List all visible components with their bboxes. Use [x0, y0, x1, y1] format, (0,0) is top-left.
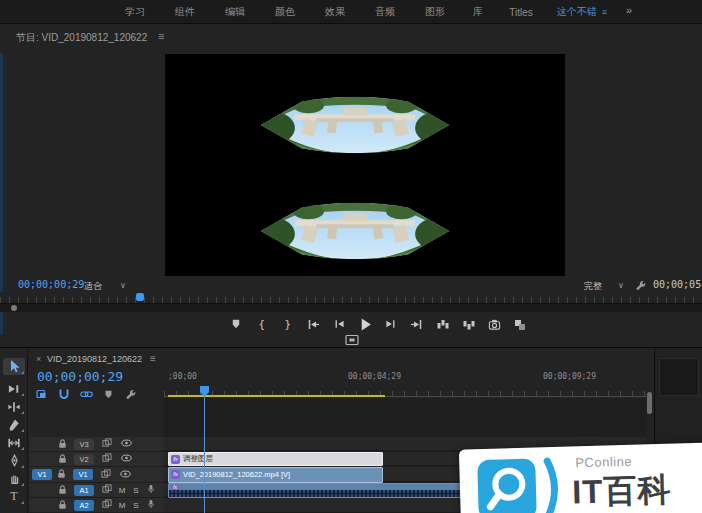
chevron-down-icon[interactable]: ∨	[120, 281, 126, 290]
tab-graphics[interactable]: 图形	[410, 5, 460, 19]
go-to-out-button[interactable]	[409, 316, 425, 332]
timeline-playhead-timecode[interactable]: 00;00;00;29	[37, 369, 123, 384]
solo-button[interactable]: S	[131, 486, 141, 495]
watermark-card: PConline IT百科	[459, 442, 702, 513]
mute-button[interactable]: M	[117, 501, 127, 510]
transport-controls: { }	[228, 313, 528, 335]
type-tool[interactable]: T	[3, 488, 25, 505]
fx-badge: fx	[171, 485, 179, 490]
voiceover-mic-icon[interactable]	[146, 483, 156, 497]
track-badge-a1[interactable]: A1	[74, 485, 94, 496]
tab-color[interactable]: 颜色	[260, 5, 310, 19]
tab-assembly[interactable]: 组件	[160, 5, 210, 19]
timeline-tab-title[interactable]: VID_20190812_120622	[47, 354, 142, 364]
clip-adjustment-layer[interactable]: fx 调整图层	[168, 452, 383, 466]
sync-lock-icon[interactable]	[101, 469, 111, 481]
step-back-button[interactable]	[331, 316, 347, 332]
track-select-forward-tool[interactable]	[3, 380, 25, 397]
track-badge-v2[interactable]: V2	[74, 454, 94, 465]
workspace-tabs: 学习 组件 编辑 颜色 效果 音频 图形 库 Titles 这个不错 ≡	[110, 0, 618, 24]
tab-menu-icon[interactable]: ≡	[602, 7, 607, 17]
clip-video-v1[interactable]: fx VID_20190812_120622.mp4 [V]	[168, 467, 383, 483]
razor-tool[interactable]	[3, 416, 25, 433]
program-video-area[interactable]	[165, 54, 565, 276]
lock-icon[interactable]	[57, 438, 68, 451]
tab-learn[interactable]: 学习	[110, 5, 160, 19]
pen-tool[interactable]	[3, 452, 25, 469]
current-timecode[interactable]: 00;00;00;29	[18, 279, 84, 290]
voiceover-mic-icon[interactable]	[146, 498, 156, 512]
track-badge-v3[interactable]: V3	[74, 439, 94, 450]
lock-icon[interactable]	[56, 468, 67, 481]
track-header-v2: V2	[29, 452, 164, 467]
mark-in-button[interactable]: {	[254, 316, 270, 332]
workspace-bar: 学习 组件 编辑 颜色 效果 音频 图形 库 Titles 这个不错 ≡ »	[0, 0, 702, 24]
track-output-eye-icon[interactable]	[120, 453, 133, 465]
mute-button[interactable]: M	[117, 486, 127, 495]
lock-icon[interactable]	[57, 453, 68, 466]
add-marker-icon[interactable]	[103, 389, 114, 402]
mark-out-button[interactable]: }	[280, 316, 296, 332]
button-editor-button[interactable]	[512, 316, 528, 332]
monitor-scrollbar[interactable]	[0, 303, 702, 312]
selection-tool[interactable]	[3, 358, 25, 375]
watermark-brand: PConline	[575, 454, 632, 471]
slip-tool[interactable]	[3, 434, 25, 451]
track-output-eye-icon[interactable]	[119, 469, 132, 481]
add-marker-button[interactable]	[228, 316, 244, 332]
audio-meter-area	[659, 358, 699, 396]
timeline-vertical-scrollbar[interactable]	[647, 392, 652, 414]
snap-icon[interactable]	[58, 388, 70, 402]
track-badge-a2[interactable]: A2	[74, 500, 94, 511]
play-button[interactable]	[357, 316, 373, 332]
tab-libraries[interactable]: 库	[460, 5, 496, 19]
nest-toggle-icon[interactable]	[36, 388, 48, 402]
step-forward-button[interactable]	[383, 316, 399, 332]
tab-titles[interactable]: Titles	[496, 7, 546, 18]
sync-lock-icon[interactable]	[102, 438, 112, 450]
fx-badge: fx	[171, 470, 180, 479]
extract-button[interactable]	[460, 316, 476, 332]
workspace-overflow-chevron[interactable]: »	[626, 4, 632, 16]
ruler-label: ;00;00	[168, 372, 197, 381]
track-header-v1: V1 V1	[29, 467, 164, 483]
chevron-down-icon[interactable]: ∨	[618, 281, 624, 290]
ripple-edit-tool[interactable]	[3, 398, 25, 415]
vr-fisheye-frame-bottom	[258, 194, 452, 268]
sync-lock-icon[interactable]	[102, 484, 112, 496]
watermark: PConline IT百科	[456, 438, 702, 513]
tab-active-custom[interactable]: 这个不错 ≡	[546, 5, 618, 19]
comparison-view-button[interactable]	[340, 334, 364, 347]
lift-button[interactable]	[435, 316, 451, 332]
lock-icon[interactable]	[57, 484, 68, 497]
linked-selection-icon[interactable]	[80, 388, 93, 402]
vr-fisheye-frame-top	[258, 88, 452, 162]
source-patch-v1[interactable]: V1	[32, 469, 52, 480]
track-output-eye-icon[interactable]	[120, 438, 133, 450]
tab-editing[interactable]: 编辑	[210, 5, 260, 19]
settings-wrench-icon[interactable]	[634, 279, 646, 293]
tab-active-label: 这个不错	[557, 5, 597, 19]
monitor-mini-ruler[interactable]	[0, 292, 702, 303]
panel-menu-icon[interactable]: ≡	[150, 353, 156, 364]
scrollbar-knob[interactable]	[11, 305, 17, 311]
sync-lock-icon[interactable]	[102, 499, 112, 511]
tab-audio[interactable]: 音频	[360, 5, 410, 19]
monitor-playhead[interactable]	[136, 293, 144, 301]
export-frame-button[interactable]	[486, 316, 502, 332]
sync-lock-icon[interactable]	[102, 453, 112, 465]
hand-tool[interactable]	[3, 470, 25, 487]
tab-effects[interactable]: 效果	[310, 5, 360, 19]
lock-icon[interactable]	[57, 499, 68, 512]
track-badge-v1[interactable]: V1	[73, 469, 93, 480]
watermark-name: IT百科	[572, 468, 673, 513]
fx-badge: fx	[171, 455, 180, 464]
work-area-bar[interactable]	[168, 395, 385, 397]
close-icon[interactable]: ×	[36, 354, 41, 364]
timeline-settings-wrench-icon[interactable]	[124, 388, 136, 402]
go-to-in-button[interactable]	[305, 316, 321, 332]
panel-menu-icon[interactable]: ≡	[158, 30, 164, 42]
playhead-line	[204, 396, 205, 513]
solo-button[interactable]: S	[131, 501, 141, 510]
program-monitor-panel: 节目: VID_20190812_120622 ≡ 00;00;00;29 适合…	[0, 25, 702, 348]
